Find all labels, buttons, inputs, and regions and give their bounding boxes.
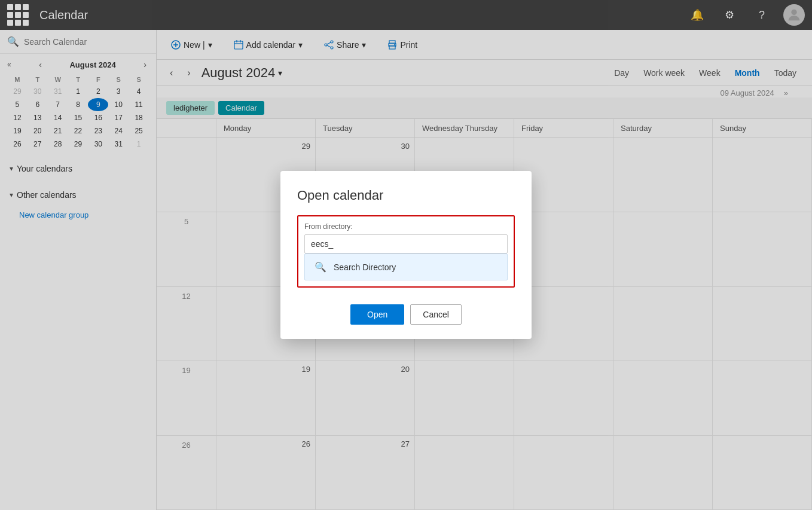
- dialog-dropdown: 🔍 Search Directory: [304, 254, 508, 280]
- search-directory-icon: 🔍: [315, 261, 326, 273]
- open-button[interactable]: Open: [350, 304, 404, 325]
- modal-overlay[interactable]: Open calendar From directory: 🔍 Search D…: [0, 0, 812, 510]
- open-calendar-dialog: Open calendar From directory: 🔍 Search D…: [280, 171, 532, 339]
- dialog-field-wrap: From directory: 🔍 Search Directory: [297, 215, 515, 288]
- dialog-field-label: From directory:: [304, 222, 508, 231]
- search-directory-item[interactable]: 🔍 Search Directory: [305, 254, 507, 280]
- dialog-buttons: Open Cancel: [297, 304, 515, 325]
- search-directory-label: Search Directory: [334, 262, 396, 272]
- cancel-button[interactable]: Cancel: [410, 304, 462, 325]
- dialog-title: Open calendar: [297, 188, 515, 203]
- dialog-input[interactable]: [304, 234, 508, 254]
